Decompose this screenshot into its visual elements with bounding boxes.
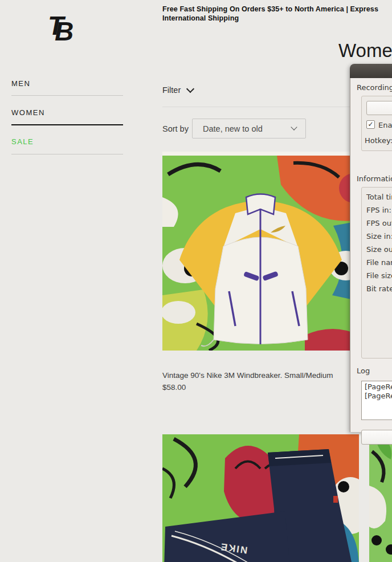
start-recording-button[interactable] bbox=[366, 101, 392, 115]
sort-by-label: Sort by bbox=[162, 124, 189, 133]
product-title[interactable]: Vintage 90's Nike 3M Windbreaker. Small/… bbox=[162, 369, 359, 381]
page-title: Women bbox=[338, 40, 392, 62]
sidebar-item-women[interactable]: WOMEN bbox=[11, 108, 45, 117]
log-line: [PageRecord bbox=[365, 382, 392, 392]
info-bit-rate-label: Bit rate: bbox=[366, 284, 392, 293]
dialog-bottom-button[interactable] bbox=[361, 430, 392, 445]
shop-logo[interactable]: TB bbox=[48, 13, 72, 39]
information-groupbox: Total time: FPS in: FPS out: Size in: Si… bbox=[361, 187, 392, 359]
enable-hotkey-checkbox[interactable]: ✓ bbox=[366, 120, 375, 129]
hotkey-label: Hotkey: bbox=[365, 136, 392, 145]
next-product-photo-illustration bbox=[369, 434, 392, 562]
info-size-in-label: Size in: bbox=[366, 232, 392, 241]
filter-toggle[interactable]: Filter bbox=[162, 85, 193, 95]
recorder-window: Recording ✓ Enable recording hotkey Hotk… bbox=[350, 64, 392, 432]
chevron-down-icon bbox=[186, 84, 194, 92]
sort-selected-value: Date, new to old bbox=[203, 124, 263, 133]
product-card-windbreaker[interactable]: Vintage 90's Nike 3M Windbreaker. Small/… bbox=[162, 369, 359, 393]
product-price: $58.00 bbox=[162, 381, 359, 393]
active-divider bbox=[11, 124, 123, 125]
product-image-windbreaker[interactable] bbox=[162, 152, 359, 351]
sidebar-item-men[interactable]: MEN bbox=[11, 79, 30, 88]
product-image-next-column[interactable] bbox=[369, 434, 392, 562]
logo-letter-b: B bbox=[55, 18, 72, 44]
info-file-size-label: File size: bbox=[366, 271, 392, 280]
sidebar-item-sale[interactable]: SALE bbox=[11, 137, 34, 146]
log-line: [PageRecord bbox=[365, 392, 392, 401]
shipping-banner: Free Fast Shipping On Orders $35+ to Nor… bbox=[162, 5, 392, 23]
log-listbox[interactable]: [PageRecord [PageRecord bbox=[361, 381, 392, 420]
track-pants-photo-illustration: NIKE bbox=[162, 434, 359, 562]
info-total-time-label: Total time: bbox=[366, 193, 392, 201]
info-fps-out-label: FPS out: bbox=[366, 219, 392, 227]
enable-hotkey-label: Enable recording hotkey bbox=[378, 121, 392, 129]
divider bbox=[11, 154, 123, 154]
sort-select[interactable]: Date, new to old bbox=[192, 119, 306, 139]
recorder-window-body: Recording ✓ Enable recording hotkey Hotk… bbox=[350, 78, 392, 432]
window-titlebar[interactable] bbox=[350, 64, 392, 78]
info-file-name-label: File name: bbox=[366, 258, 392, 267]
information-section-label: Information bbox=[357, 174, 392, 183]
info-fps-in-label: FPS in: bbox=[366, 206, 391, 214]
info-size-out-label: Size out: bbox=[366, 245, 392, 254]
log-section-label: Log bbox=[357, 366, 370, 375]
page: TB MEN WOMEN SALE Free Fast Shipping On … bbox=[0, 0, 392, 562]
shipping-banner-line1: Free Fast Shipping On Orders $35+ to Nor… bbox=[162, 5, 392, 14]
shipping-banner-line2: International Shipping bbox=[162, 14, 392, 23]
windbreaker-photo-illustration bbox=[162, 152, 359, 351]
chevron-down-icon bbox=[291, 124, 297, 130]
filter-label: Filter bbox=[162, 85, 181, 95]
recording-groupbox: ✓ Enable recording hotkey Hotkey: bbox=[361, 96, 392, 151]
product-image-track-pants[interactable]: NIKE bbox=[162, 434, 359, 562]
recording-section-label: Recording bbox=[357, 83, 392, 92]
divider bbox=[11, 95, 123, 96]
